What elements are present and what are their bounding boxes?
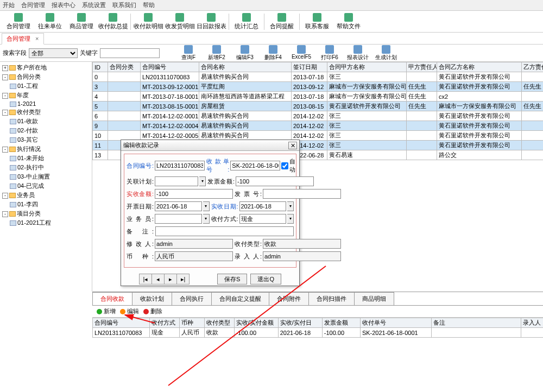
tree-expand-icon[interactable]: - bbox=[2, 211, 8, 217]
toolbar-button[interactable]: 日回款报表 bbox=[195, 11, 227, 32]
dialog-titlebar[interactable]: 编辑收款记录 ✕ bbox=[121, 140, 299, 151]
toolbar-button[interactable]: 统计汇总 bbox=[231, 11, 262, 32]
toolbar-button[interactable]: 联系客服 bbox=[301, 11, 333, 32]
chk-auto[interactable] bbox=[281, 162, 288, 169]
action-button[interactable]: 编辑F3 bbox=[231, 45, 258, 61]
toolbar-button[interactable]: 收付款总提 bbox=[97, 11, 129, 32]
tree-node[interactable]: 01-未开始 bbox=[1, 154, 91, 163]
inp-staff[interactable] bbox=[155, 214, 202, 224]
staff-picker-icon[interactable]: ▾ bbox=[203, 214, 210, 224]
table-row[interactable]: 3MT-2013-09-12-0001平度红阁2013-09-12麻城市一方保安… bbox=[93, 82, 544, 92]
table-row[interactable]: 6MT-2014-12-02-0001易速软件购买合同2014-12-02张三黄… bbox=[93, 111, 544, 121]
menu-item[interactable]: 联系我们 bbox=[112, 1, 136, 9]
detail-grid-header[interactable]: 合同编号 bbox=[93, 318, 150, 328]
toolbar-button[interactable]: 商品管理 bbox=[66, 11, 97, 32]
tree-node[interactable]: -执行情况 bbox=[1, 144, 91, 154]
exit-button[interactable]: 退出Q bbox=[250, 274, 281, 284]
detail-tab[interactable]: 合同扫描件 bbox=[308, 292, 355, 305]
menu-item[interactable]: 合同管理 bbox=[21, 1, 45, 9]
menu-item[interactable]: 报表中心 bbox=[52, 1, 75, 9]
grid-header[interactable]: 签订日期 bbox=[292, 62, 327, 72]
tree-node[interactable]: -业务员 bbox=[1, 191, 91, 200]
detail-grid-header[interactable]: 收付方式 bbox=[150, 318, 180, 328]
inp-pay-method[interactable] bbox=[239, 214, 287, 224]
grid-header[interactable]: ID bbox=[93, 62, 108, 72]
tree-node[interactable]: 03-其它 bbox=[1, 135, 91, 144]
toolbar-button[interactable]: 合同提醒 bbox=[266, 11, 298, 32]
tab-contract-mgmt[interactable]: 合同管理 × bbox=[2, 33, 44, 45]
detail-row[interactable]: LN201311070083现金人民币收款-100.002021-06-18-1… bbox=[93, 328, 544, 338]
detail-action-button[interactable]: 删除 bbox=[143, 307, 162, 315]
tree-expand-icon[interactable]: - bbox=[2, 74, 8, 80]
action-button[interactable]: 新增F2 bbox=[203, 45, 230, 61]
table-row[interactable]: 4MT-2013-07-18-0001南环路慧垣西路等道路桥梁工程2013-07… bbox=[93, 92, 544, 102]
tree-expand-icon[interactable]: + bbox=[2, 65, 8, 71]
dialog-close-button[interactable]: ✕ bbox=[288, 142, 297, 149]
inp-real-date[interactable] bbox=[239, 201, 287, 211]
search-field-select[interactable]: 全部 bbox=[29, 48, 78, 58]
toolbar-button[interactable]: 往来单位 bbox=[34, 11, 66, 32]
tree-node[interactable]: -收付类型 bbox=[1, 108, 91, 117]
detail-tab[interactable]: 收款计划 bbox=[132, 292, 172, 305]
tree-expand-icon[interactable]: - bbox=[2, 93, 8, 99]
inp-bill-date[interactable] bbox=[155, 201, 202, 211]
save-button[interactable]: 保存S bbox=[217, 274, 247, 284]
grid-header[interactable]: 合同分类 bbox=[108, 62, 141, 72]
table-row[interactable]: 9MT-2014-12-02-0004易速软件购买合同2014-12-02张三黄… bbox=[93, 121, 544, 131]
action-button[interactable]: 查询F bbox=[175, 45, 202, 61]
tree-node[interactable]: 01-李四 bbox=[1, 200, 91, 209]
tree-node[interactable]: 01-收款 bbox=[1, 117, 91, 126]
detail-grid[interactable]: 合同编号收付方式币种收付类型实收/实付金额实收/实付日发票金额收付单号备注录入人… bbox=[92, 318, 543, 338]
detail-grid-header[interactable]: 备注 bbox=[432, 318, 521, 328]
table-row[interactable]: 0LN201311070083易速软件购买合同2013-07-18张三黄石里诺软… bbox=[93, 72, 544, 82]
action-button[interactable]: 删除F4 bbox=[260, 45, 287, 61]
inp-inv-no[interactable] bbox=[263, 189, 341, 199]
detail-action-button[interactable]: 编辑 bbox=[120, 307, 139, 315]
pay-method-picker-icon[interactable]: ▾ bbox=[287, 214, 294, 224]
inp-receipt-no[interactable] bbox=[230, 161, 280, 170]
tree-expand-icon[interactable]: - bbox=[2, 110, 8, 116]
detail-grid-header[interactable]: 币种 bbox=[179, 318, 204, 328]
detail-grid-header[interactable]: 实收/实付金额 bbox=[234, 318, 278, 328]
tree-node[interactable]: 01-工程 bbox=[1, 81, 91, 91]
nav-next-button[interactable]: ▸ bbox=[164, 274, 177, 284]
tree-expand-icon[interactable]: - bbox=[2, 147, 8, 153]
inp-real-amt[interactable] bbox=[155, 189, 233, 199]
table-row[interactable]: 5MT-2013-08-15-0001房屋租赁2013-08-15黄石里诺软件开… bbox=[93, 102, 544, 111]
action-button[interactable]: 打印F6 bbox=[316, 45, 343, 61]
tree-node[interactable]: -年度 bbox=[1, 91, 91, 100]
tab-close-icon[interactable]: × bbox=[35, 35, 39, 42]
menu-item[interactable]: 系统设置 bbox=[82, 1, 106, 9]
tree-node[interactable]: +客户所在地 bbox=[1, 63, 91, 72]
tree-node[interactable]: -合同分类 bbox=[1, 72, 91, 81]
menu-item[interactable]: 开始 bbox=[3, 1, 15, 9]
action-button[interactable]: 生成计划 bbox=[372, 45, 400, 61]
nav-first-button[interactable]: |◂ bbox=[139, 274, 152, 284]
grid-header[interactable]: 乙方责任人 bbox=[522, 62, 544, 72]
tree-node[interactable]: 04-已完成 bbox=[1, 181, 91, 191]
action-button[interactable]: 报表设计 bbox=[344, 45, 371, 61]
tree-node[interactable]: -项目分类 bbox=[1, 209, 91, 218]
detail-action-button[interactable]: 新增 bbox=[97, 307, 116, 315]
real-date-picker-icon[interactable]: ▾ bbox=[287, 201, 294, 211]
detail-grid-header[interactable]: 收付类型 bbox=[204, 318, 234, 328]
tree-node[interactable]: 03-中止搁置 bbox=[1, 172, 91, 181]
tree-node[interactable]: 01-2021工程 bbox=[1, 218, 91, 227]
tree-node[interactable]: 1-2021 bbox=[1, 100, 91, 108]
grid-header[interactable]: 合同乙方名称 bbox=[437, 62, 522, 72]
grid-header[interactable]: 合同甲方名称 bbox=[327, 62, 407, 72]
grid-header[interactable]: 合同名称 bbox=[199, 62, 292, 72]
toolbar-button[interactable]: 帮助文件 bbox=[333, 11, 364, 32]
detail-tab[interactable]: 合同自定义提醒 bbox=[211, 292, 269, 305]
detail-grid-header[interactable]: 收付单号 bbox=[360, 318, 431, 328]
tree-node[interactable]: 02-付款 bbox=[1, 126, 91, 135]
tree-expand-icon[interactable]: - bbox=[2, 193, 8, 199]
toolbar-button[interactable]: 合同管理 bbox=[3, 11, 34, 32]
detail-grid-header[interactable]: 发票金额 bbox=[322, 318, 360, 328]
detail-tab[interactable]: 商品明细 bbox=[354, 292, 394, 305]
toolbar-button[interactable]: 收付款明细 bbox=[132, 11, 164, 32]
detail-tab[interactable]: 合同执行 bbox=[172, 292, 212, 305]
search-key-input[interactable] bbox=[100, 48, 160, 58]
tree-node[interactable]: 02-执行中 bbox=[1, 163, 91, 172]
toolbar-button[interactable]: 收发货明细 bbox=[164, 11, 195, 32]
